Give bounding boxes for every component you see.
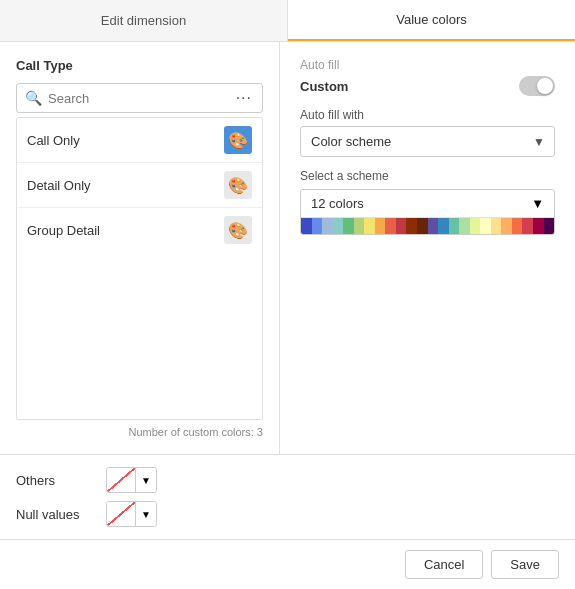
color-swatch <box>544 218 555 234</box>
tab-bar: Edit dimension Value colors <box>0 0 575 42</box>
null-values-row: Null values ▼ <box>16 501 559 527</box>
search-box: 🔍 ··· <box>16 83 263 113</box>
save-button[interactable]: Save <box>491 550 559 579</box>
color-swatch <box>312 218 323 234</box>
others-color-arrow-icon: ▼ <box>135 468 156 492</box>
null-values-color-picker[interactable]: ▼ <box>106 501 157 527</box>
more-options-button[interactable]: ··· <box>234 89 254 107</box>
left-panel: Call Type 🔍 ··· Call Only 🎨 Detail Only … <box>0 42 280 454</box>
color-swatch <box>301 218 312 234</box>
cancel-button[interactable]: Cancel <box>405 550 483 579</box>
color-swatch <box>375 218 386 234</box>
auto-fill-with-label: Auto fill with <box>300 108 555 122</box>
custom-label: Custom <box>300 79 348 94</box>
color-swatch <box>459 218 470 234</box>
custom-row: Custom <box>300 76 555 96</box>
call-type-list: Call Only 🎨 Detail Only 🎨 Group Detail 🎨 <box>16 117 263 420</box>
auto-fill-with-section: Auto fill with Color scheme Manual ▼ <box>300 108 555 157</box>
scheme-header[interactable]: 12 colors ▼ <box>301 190 554 218</box>
color-scheme-select-container: Color scheme Manual ▼ <box>300 126 555 157</box>
null-values-color-arrow-icon: ▼ <box>135 502 156 526</box>
others-color-preview <box>107 468 135 492</box>
color-swatch <box>364 218 375 234</box>
list-item[interactable]: Detail Only 🎨 <box>17 163 262 208</box>
color-swatch <box>396 218 407 234</box>
call-type-title: Call Type <box>16 58 263 73</box>
main-container: Edit dimension Value colors Call Type 🔍 … <box>0 0 575 589</box>
custom-colors-note: Number of custom colors: 3 <box>16 426 263 438</box>
select-scheme-label: Select a scheme <box>300 169 555 183</box>
color-swatch <box>322 218 333 234</box>
color-swatch <box>470 218 481 234</box>
color-swatch <box>501 218 512 234</box>
custom-toggle[interactable] <box>519 76 555 96</box>
search-icon: 🔍 <box>25 90 42 106</box>
select-scheme-section: Select a scheme 12 colors ▼ <box>300 169 555 235</box>
color-swatch <box>354 218 365 234</box>
color-swatch <box>333 218 344 234</box>
color-swatch <box>480 218 491 234</box>
color-swatch <box>417 218 428 234</box>
bottom-section: Others ▼ Null values ▼ <box>0 454 575 539</box>
color-palette-button-group-detail[interactable]: 🎨 <box>224 216 252 244</box>
auto-fill-section: Auto fill Custom <box>300 58 555 96</box>
others-row: Others ▼ <box>16 467 559 493</box>
others-label: Others <box>16 473 96 488</box>
list-item-label: Detail Only <box>27 178 91 193</box>
color-swatch <box>343 218 354 234</box>
color-swatch <box>491 218 502 234</box>
scheme-selector[interactable]: 12 colors ▼ <box>300 189 555 235</box>
right-panel: Auto fill Custom Auto fill with Color sc… <box>280 42 575 454</box>
scheme-dropdown-icon: ▼ <box>531 196 544 211</box>
null-values-color-preview <box>107 502 135 526</box>
scheme-colors <box>301 218 554 234</box>
others-color-picker[interactable]: ▼ <box>106 467 157 493</box>
color-swatch <box>406 218 417 234</box>
scheme-name: 12 colors <box>311 196 364 211</box>
color-swatch <box>533 218 544 234</box>
color-swatch <box>385 218 396 234</box>
list-item[interactable]: Group Detail 🎨 <box>17 208 262 252</box>
auto-fill-label: Auto fill <box>300 58 555 72</box>
search-input[interactable] <box>48 91 234 106</box>
list-item-label: Group Detail <box>27 223 100 238</box>
list-item[interactable]: Call Only 🎨 <box>17 118 262 163</box>
null-values-label: Null values <box>16 507 96 522</box>
color-swatch <box>428 218 439 234</box>
toggle-knob <box>537 78 553 94</box>
footer: Cancel Save <box>0 539 575 589</box>
main-content: Call Type 🔍 ··· Call Only 🎨 Detail Only … <box>0 42 575 454</box>
tab-value-colors[interactable]: Value colors <box>288 0 575 41</box>
list-item-label: Call Only <box>27 133 80 148</box>
color-swatch <box>438 218 449 234</box>
color-palette-button-detail-only[interactable]: 🎨 <box>224 171 252 199</box>
color-swatch <box>449 218 460 234</box>
others-color-slash <box>107 468 135 492</box>
color-swatch <box>522 218 533 234</box>
color-scheme-select[interactable]: Color scheme Manual <box>300 126 555 157</box>
color-palette-button-call-only[interactable]: 🎨 <box>224 126 252 154</box>
color-swatch <box>512 218 523 234</box>
tab-edit-dimension[interactable]: Edit dimension <box>0 0 288 41</box>
null-values-color-slash <box>107 502 135 526</box>
